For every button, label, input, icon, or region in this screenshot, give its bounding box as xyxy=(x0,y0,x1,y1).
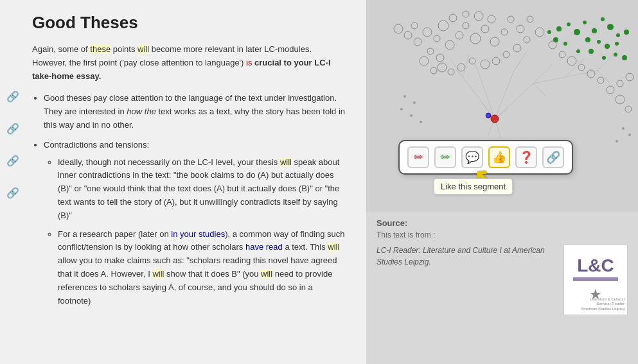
sub-list-item-1: Ideally, though not necessarily on the L… xyxy=(58,156,347,223)
svg-point-95 xyxy=(622,127,625,130)
svg-point-27 xyxy=(607,24,614,30)
edit-green-button[interactable]: ✏ xyxy=(434,146,456,168)
svg-point-26 xyxy=(601,17,605,21)
sub-list-item-2: For a research paper (later on in your s… xyxy=(58,228,347,308)
question-button[interactable]: ❓ xyxy=(515,146,537,168)
edit-red-button[interactable]: ✏ xyxy=(407,146,429,168)
intro-paragraph: Again, some of these points will become … xyxy=(32,43,347,83)
link-button[interactable]: 🔗 xyxy=(542,146,564,168)
list-item-1: Good theses pay close attention to the l… xyxy=(44,92,347,132)
svg-point-94 xyxy=(420,121,422,123)
graph-area: ✏ ✏ 💬 👍 ❓ 🔗 ➜ Like this segment xyxy=(366,0,638,212)
svg-point-91 xyxy=(413,101,416,104)
svg-point-31 xyxy=(605,44,610,49)
svg-point-28 xyxy=(616,33,620,37)
svg-point-34 xyxy=(563,42,567,46)
svg-point-92 xyxy=(400,108,403,110)
logo-lc-text: L&C xyxy=(577,257,614,275)
side-icon-1[interactable]: 🔗 xyxy=(6,90,19,103)
sub-list: Ideally, though not necessarily on the L… xyxy=(44,156,347,308)
svg-point-32 xyxy=(615,42,619,46)
svg-point-97 xyxy=(616,140,618,143)
tooltip-text: Like this segment xyxy=(441,182,506,191)
source-text: LC-I Reader: Literature and Culture I at… xyxy=(377,245,557,315)
list-item-2: Contradictions and tensions: Ideally, th… xyxy=(44,139,347,308)
side-icon-4[interactable]: 🔗 xyxy=(6,186,19,199)
source-section: Source: This text is from : LC-I Reader:… xyxy=(366,212,638,364)
svg-point-23 xyxy=(574,29,580,35)
source-label: Source: xyxy=(377,218,628,228)
side-icon-2[interactable]: 🔗 xyxy=(6,122,19,135)
right-panel: methodology xyxy=(366,0,638,364)
svg-point-41 xyxy=(576,49,580,53)
logo-small-text: Literature & CulturalSeminar ReaderAmeri… xyxy=(581,297,625,312)
svg-point-90 xyxy=(403,95,406,98)
svg-point-24 xyxy=(583,21,587,24)
svg-point-33 xyxy=(624,30,629,35)
tooltip-box: Like this segment xyxy=(434,178,513,195)
svg-point-30 xyxy=(597,40,601,44)
svg-point-25 xyxy=(592,28,597,33)
content-list: Good theses pay close attention to the l… xyxy=(32,92,347,308)
source-logo: L&C ★ Literature & CulturalSeminar Reade… xyxy=(563,245,628,315)
svg-point-29 xyxy=(585,37,590,42)
svg-point-88 xyxy=(491,115,499,123)
svg-point-89 xyxy=(486,113,491,118)
page-title: Good Theses xyxy=(32,13,347,33)
svg-point-40 xyxy=(589,49,594,54)
svg-point-21 xyxy=(556,26,562,31)
svg-point-38 xyxy=(622,55,627,60)
side-icon-3[interactable]: 🔗 xyxy=(6,154,19,167)
left-panel: 🔗 🔗 🔗 🔗 Good Theses Again, some of these… xyxy=(0,0,366,364)
svg-point-93 xyxy=(410,114,412,117)
svg-point-22 xyxy=(567,22,571,26)
logo-bar xyxy=(573,277,618,281)
svg-point-37 xyxy=(614,53,617,56)
source-content: LC-I Reader: Literature and Culture I at… xyxy=(377,245,628,315)
svg-point-36 xyxy=(547,30,551,34)
side-icons: 🔗 🔗 🔗 🔗 xyxy=(6,90,19,199)
svg-point-39 xyxy=(602,56,606,60)
source-sub-label: This text is from : xyxy=(377,230,628,239)
svg-point-96 xyxy=(628,134,631,136)
